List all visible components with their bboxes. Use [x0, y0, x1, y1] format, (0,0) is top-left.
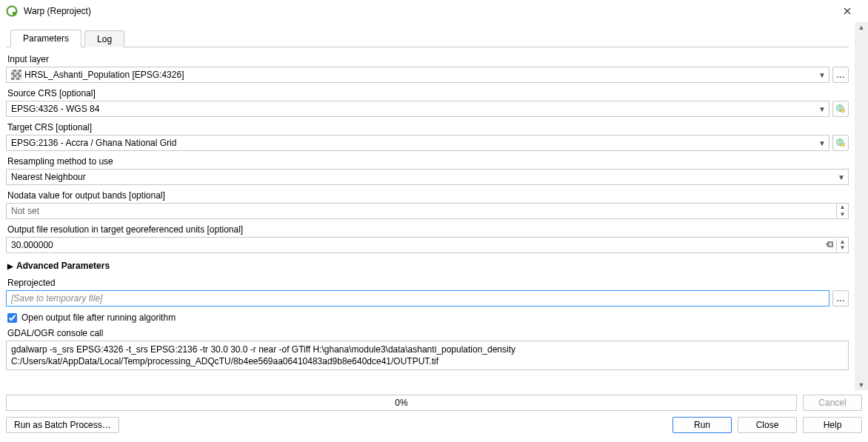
input-layer-value: HRSL_Ashanti_Population [EPSG:4326]: [24, 70, 184, 80]
raster-icon: [11, 70, 21, 80]
qgis-icon: [6, 5, 18, 17]
label-nodata: Nodata value for output bands [optional]: [6, 188, 849, 203]
advanced-label: Advanced Parameters: [16, 261, 110, 271]
resampling-value: Nearest Neighbour: [11, 172, 86, 182]
tab-strip: Parameters Log: [6, 28, 849, 47]
scroll-track[interactable]: [856, 33, 867, 380]
run-button[interactable]: Run: [672, 417, 732, 433]
footer: 0% Cancel Run as Batch Process… Run Clos…: [0, 390, 868, 442]
reprojected-placeholder: [Save to temporary file]: [11, 293, 102, 304]
select-crs-target-button[interactable]: [832, 135, 849, 151]
target-crs-combo[interactable]: EPSG:2136 - Accra / Ghana National Grid …: [6, 135, 829, 151]
cancel-button[interactable]: Cancel: [803, 395, 862, 411]
clear-icon[interactable]: [823, 240, 836, 250]
browse-input-button[interactable]: …: [832, 67, 849, 83]
label-input-layer: Input layer: [6, 52, 849, 67]
chevron-down-icon: ▼: [815, 135, 829, 150]
chevron-down-icon: ▼: [815, 101, 829, 116]
window-title: Warp (Reproject): [22, 6, 832, 16]
reprojected-output-input[interactable]: [Save to temporary file]: [6, 290, 829, 307]
spin-buttons[interactable]: ▲▼: [836, 239, 848, 251]
input-layer-combo[interactable]: HRSL_Ashanti_Population [EPSG:4326] ▼: [6, 67, 829, 83]
tab-body: Input layer HRSL_Ashanti_Population [EPS…: [6, 47, 849, 370]
svg-rect-3: [841, 110, 844, 113]
source-crs-combo[interactable]: EPSG:4326 - WGS 84 ▼: [6, 101, 829, 117]
select-crs-source-button[interactable]: [832, 101, 849, 117]
ofr-input[interactable]: 30.000000 ▲▼: [6, 237, 849, 253]
triangle-right-icon: ▶: [7, 262, 13, 270]
console-call-box[interactable]: gdalwarp -s_srs EPSG:4326 -t_srs EPSG:21…: [6, 341, 849, 370]
chevron-down-icon: ▼: [835, 170, 848, 184]
label-console-call: GDAL/OGR console call: [6, 326, 849, 341]
spin-buttons[interactable]: ▲▼: [836, 204, 848, 218]
open-output-label: Open output file after running algorithm: [21, 312, 176, 323]
label-target-crs: Target CRS [optional]: [6, 120, 849, 135]
console-call-text: gdalwarp -s_srs EPSG:4326 -t_srs EPSG:21…: [11, 344, 515, 366]
label-reprojected: Reprojected: [6, 275, 849, 290]
nodata-value: Not set: [11, 206, 39, 216]
tab-log[interactable]: Log: [84, 30, 124, 47]
svg-rect-5: [841, 144, 844, 147]
workarea: Parameters Log Input layer HRSL_Ashanti_…: [0, 22, 868, 390]
close-button[interactable]: Close: [738, 417, 797, 433]
run-batch-button[interactable]: Run as Batch Process…: [6, 417, 119, 433]
advanced-parameters-toggle[interactable]: ▶ Advanced Parameters: [6, 256, 849, 275]
parameters-pane: Parameters Log Input layer HRSL_Ashanti_…: [0, 22, 855, 390]
progress-bar: 0%: [6, 395, 797, 411]
scroll-up-icon[interactable]: ▲: [858, 24, 865, 31]
label-source-crs: Source CRS [optional]: [6, 86, 849, 101]
progress-text: 0%: [395, 398, 407, 408]
target-crs-value: EPSG:2136 - Accra / Ghana National Grid: [11, 138, 176, 148]
scroll-down-icon[interactable]: ▼: [858, 381, 865, 389]
chevron-down-icon: ▼: [815, 67, 829, 82]
help-button[interactable]: Help: [803, 417, 862, 433]
label-ofr: Output file resolution in target georefe…: [6, 222, 849, 237]
nodata-input[interactable]: Not set ▲▼: [6, 203, 849, 219]
vertical-scrollbar[interactable]: ▲ ▼: [855, 22, 868, 390]
tab-parameters[interactable]: Parameters: [10, 30, 81, 47]
source-crs-value: EPSG:4326 - WGS 84: [11, 104, 99, 114]
label-resampling: Resampling method to use: [6, 154, 849, 169]
titlebar: Warp (Reproject): [0, 0, 868, 22]
svg-rect-1: [13, 12, 16, 16]
ofr-value: 30.000000: [11, 240, 53, 250]
browse-output-button[interactable]: …: [832, 290, 849, 307]
open-output-checkbox[interactable]: [7, 313, 17, 323]
close-icon[interactable]: [832, 0, 862, 22]
resampling-combo[interactable]: Nearest Neighbour ▼: [6, 169, 849, 185]
